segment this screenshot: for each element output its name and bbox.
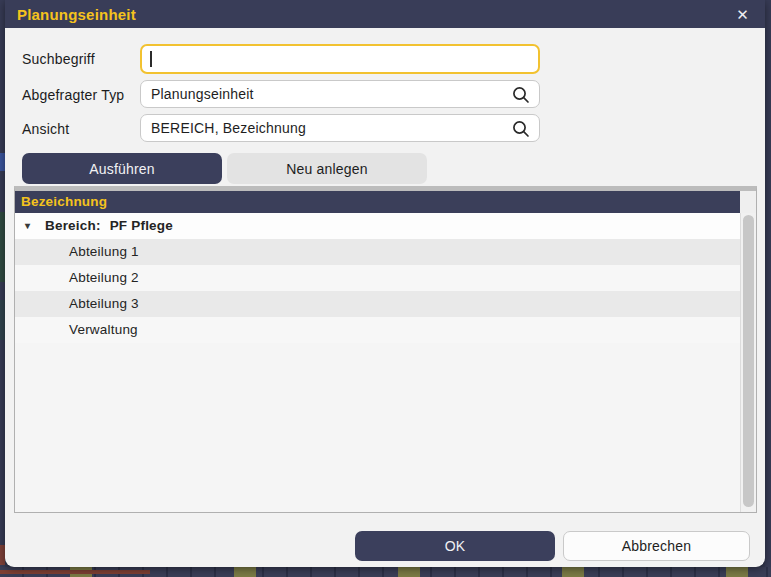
expander-icon[interactable]: ▾ [25,213,30,239]
group-value: PF Pflege [110,218,173,233]
dialog-title: Planungseinheit [17,6,136,23]
ausfuehren-button[interactable]: Ausführen [22,153,222,184]
table-row[interactable]: Abteilung 1 [15,239,740,265]
table-row[interactable]: Abteilung 2 [15,265,740,291]
result-table: Bezeichnung ▾ Bereich:PF Pflege Abteilun… [14,186,757,513]
abbrechen-button[interactable]: Abbrechen [563,531,750,561]
search-icon[interactable] [511,119,531,139]
table-row[interactable]: Abteilung 3 [15,291,740,317]
ansicht-input[interactable]: BEREICH, Bezeichnung [140,114,540,142]
group-label: Bereich: [45,218,101,233]
scrollbar-thumb[interactable] [743,215,754,507]
planungseinheit-dialog: Planungseinheit ✕ Suchbegriff Abgefragte… [5,0,765,567]
column-header-bezeichnung[interactable]: Bezeichnung [15,191,740,213]
vertical-scrollbar[interactable] [740,213,756,512]
background-artifact [0,570,150,574]
close-icon[interactable]: ✕ [732,5,753,24]
table-header-row: Bezeichnung [15,191,756,213]
ansicht-label: Ansicht [22,121,69,137]
suchbegriff-input[interactable] [140,44,540,74]
suchbegriff-label: Suchbegriff [22,51,95,67]
table-row-group-bereich[interactable]: ▾ Bereich:PF Pflege [15,213,740,239]
abgefragter-typ-input[interactable]: Planungseinheit [140,80,540,108]
text-caret [150,51,152,67]
search-icon[interactable] [511,85,531,105]
ok-button[interactable]: OK [355,531,555,561]
abgefragter-typ-label: Abgefragter Typ [22,87,124,103]
background-app-right [765,0,771,577]
scrollbar-corner [740,191,756,213]
dialog-titlebar: Planungseinheit ✕ [5,0,765,28]
table-row[interactable]: Verwaltung [15,317,740,343]
background-app-bottom [0,567,771,577]
neu-anlegen-button[interactable]: Neu anlegen [227,153,427,184]
table-body: ▾ Bereich:PF Pflege Abteilung 1 Abteilun… [15,213,740,512]
